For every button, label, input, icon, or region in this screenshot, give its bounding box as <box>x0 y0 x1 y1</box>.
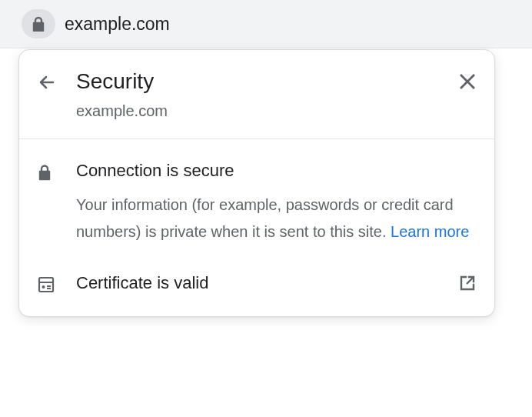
svg-rect-1 <box>40 172 49 179</box>
certificate-icon <box>38 276 55 293</box>
url-text[interactable]: example.com <box>65 14 170 35</box>
connection-description: Your information (for example, passwords… <box>76 192 476 245</box>
browser-address-bar: example.com <box>0 0 532 48</box>
certificate-row[interactable]: Certificate is valid <box>19 264 494 316</box>
svg-point-4 <box>42 285 45 289</box>
certificate-title: Certificate is valid <box>76 273 459 293</box>
connection-section: Connection is secure Your information (f… <box>19 139 494 264</box>
close-icon <box>459 73 476 90</box>
svg-rect-0 <box>34 23 43 31</box>
popover-header: Security example.com <box>19 50 494 139</box>
lock-icon <box>38 164 52 181</box>
site-info-button[interactable] <box>22 9 55 38</box>
back-button[interactable] <box>38 68 68 92</box>
site-security-popover: Security example.com Connection is secur… <box>18 49 495 317</box>
learn-more-link[interactable]: Learn more <box>391 223 469 240</box>
svg-line-7 <box>467 277 474 284</box>
lock-icon <box>32 16 45 32</box>
external-link-icon <box>459 275 476 292</box>
connection-title: Connection is secure <box>76 161 476 181</box>
close-button[interactable] <box>445 68 476 90</box>
popover-subtitle: example.com <box>76 102 445 120</box>
popover-title: Security <box>76 68 445 95</box>
arrow-left-icon <box>38 73 56 92</box>
svg-rect-2 <box>39 278 53 292</box>
